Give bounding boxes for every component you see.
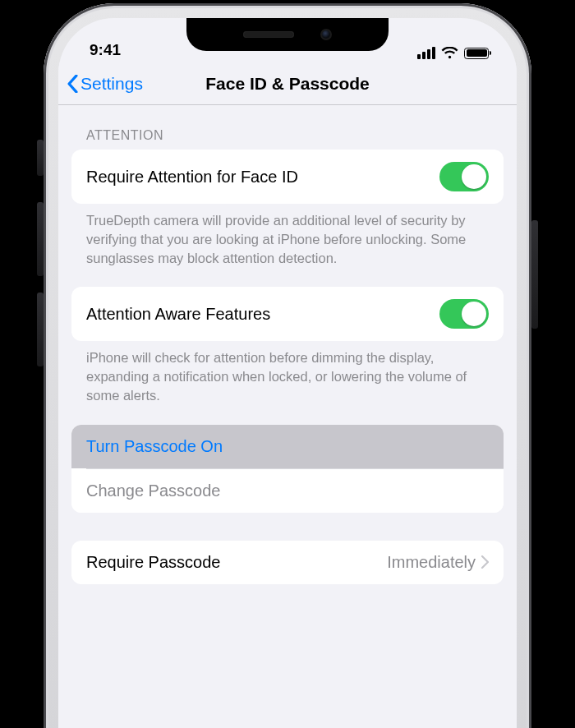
side-button[interactable] [531, 220, 538, 329]
require-passcode-label: Require Passcode [86, 553, 220, 572]
attention-aware-footer: iPhone will check for attention before d… [71, 341, 504, 424]
require-passcode-row[interactable]: Require Passcode Immediately [71, 541, 504, 584]
require-passcode-value: Immediately [387, 553, 476, 572]
status-icons [417, 47, 489, 59]
turn-passcode-on-row[interactable]: Turn Passcode On [71, 425, 504, 468]
volume-down-button[interactable] [37, 293, 44, 366]
volume-up-button[interactable] [37, 202, 44, 276]
screen: 9:41 Settings Face ID & Passcode ATTENTI… [58, 18, 517, 728]
require-attention-row[interactable]: Require Attention for Face ID [71, 150, 504, 204]
notch [186, 18, 389, 51]
attention-aware-toggle[interactable] [439, 299, 489, 329]
back-label: Settings [80, 74, 143, 94]
require-attention-footer: TrueDepth camera will provide an additio… [71, 204, 504, 287]
silent-switch[interactable] [37, 140, 44, 176]
battery-icon [464, 48, 489, 59]
chevron-left-icon [67, 75, 79, 93]
require-attention-label: Require Attention for Face ID [86, 168, 298, 187]
chevron-right-icon [481, 555, 489, 569]
change-passcode-label: Change Passcode [86, 481, 220, 500]
require-attention-toggle[interactable] [439, 162, 489, 191]
section-header-attention: ATTENTION [71, 123, 504, 150]
wifi-icon [441, 47, 458, 59]
back-button[interactable]: Settings [67, 74, 143, 94]
change-passcode-row[interactable]: Change Passcode [71, 469, 504, 513]
nav-bar: Settings Face ID & Passcode [58, 62, 517, 105]
device-frame: 9:41 Settings Face ID & Passcode ATTENTI… [44, 3, 531, 728]
settings-content[interactable]: ATTENTION Require Attention for Face ID … [58, 105, 517, 617]
status-time: 9:41 [90, 41, 121, 59]
attention-aware-label: Attention Aware Features [86, 305, 270, 324]
attention-aware-row[interactable]: Attention Aware Features [71, 287, 504, 341]
passcode-group: Turn Passcode On Change Passcode [71, 425, 504, 513]
spacer [71, 513, 504, 541]
turn-passcode-on-label: Turn Passcode On [86, 437, 223, 456]
speaker-grille [243, 31, 294, 38]
front-camera [320, 29, 332, 40]
cellular-icon [417, 47, 435, 59]
